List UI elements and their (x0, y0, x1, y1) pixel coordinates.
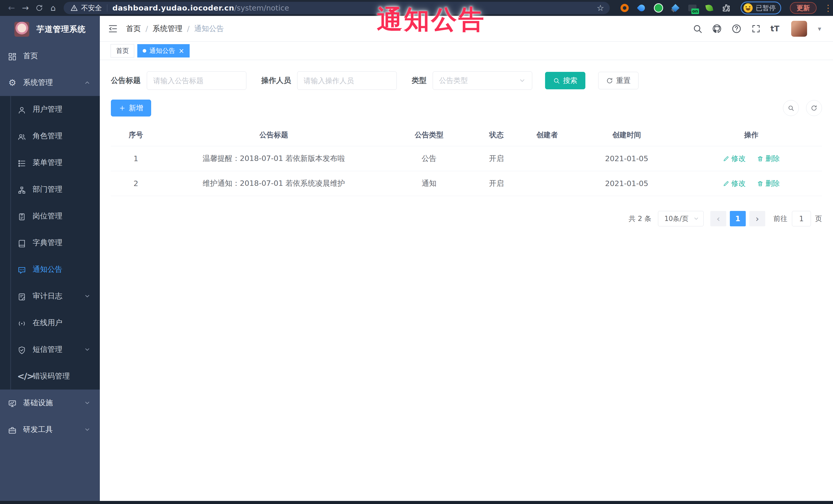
title-filter-input[interactable] (147, 71, 246, 90)
cell-no: 2 (111, 179, 161, 188)
browser-forward-icon[interactable]: → (20, 2, 31, 14)
profile-emoji-icon (743, 3, 753, 13)
cell-created: 2021-01-05 (573, 154, 681, 163)
tab-notice[interactable]: 通知公告 × (137, 44, 190, 57)
extension-diamond-icon[interactable] (670, 3, 681, 13)
toggle-search-button[interactable] (783, 100, 799, 116)
title-filter-label: 公告标题 (111, 75, 141, 86)
sidebar-item-label: 研发工具 (23, 425, 84, 435)
sidebar-item-users[interactable]: 用户管理 (0, 96, 100, 123)
extensions-puzzle-icon[interactable] (721, 3, 731, 13)
tab-label: 首页 (116, 46, 129, 55)
sidebar-item-dict[interactable]: 字典管理 (0, 230, 100, 256)
sidebar-item-label: 通知公告 (32, 264, 91, 274)
next-page-button[interactable]: › (749, 211, 765, 226)
reset-button[interactable]: 重置 (598, 72, 639, 89)
goto-page-input[interactable] (792, 211, 811, 226)
operator-filter-input[interactable] (297, 71, 397, 90)
cell-created: 2021-01-05 (573, 179, 681, 188)
extension-switch-icon[interactable]: on (687, 3, 697, 13)
extension-leaf-icon[interactable] (704, 3, 714, 13)
url-path: /system/notice (234, 4, 289, 12)
sidebar-item-online-users[interactable]: 在线用户 (0, 310, 100, 336)
sidebar-item-audit-log[interactable]: 审计日志 (0, 283, 100, 310)
add-button[interactable]: 新增 (111, 100, 151, 117)
browser-reload-icon[interactable] (33, 2, 45, 14)
breadcrumb-separator: / (187, 24, 190, 33)
col-header: 创建时间 (573, 130, 681, 140)
peoples-icon (17, 131, 26, 141)
tab-home[interactable]: 首页 (111, 44, 134, 57)
browser-back-icon[interactable]: ← (6, 2, 18, 14)
sidebar-item-home[interactable]: 首页 (0, 43, 100, 69)
sidebar-item-label: 基础设施 (23, 398, 84, 408)
main-area: 首页 / 系统管理 / 通知公告 tT ▾ 首页 (100, 16, 833, 501)
page-unit-label: 页 (815, 214, 822, 223)
sidebar-item-sms[interactable]: 短信管理 (0, 336, 100, 363)
browser-home-icon[interactable]: ⌂ (47, 2, 59, 14)
sidebar-item-notice[interactable]: 通知公告 (0, 256, 100, 283)
current-page-button[interactable]: 1 (730, 211, 746, 226)
breadcrumb-separator: / (145, 24, 148, 33)
refresh-table-button[interactable] (806, 100, 822, 116)
goto-label: 前往 (774, 214, 787, 223)
browser-update-button[interactable]: 更新 (790, 2, 816, 14)
col-header: 序号 (111, 130, 161, 140)
sidebar-item-depts[interactable]: 部门管理 (0, 176, 100, 203)
edit-link[interactable]: 修改 (723, 178, 746, 188)
search-icon (788, 105, 794, 111)
cell-actions: 修改 删除 (681, 154, 822, 164)
github-icon[interactable] (712, 24, 722, 34)
sidebar-item-infrastructure[interactable]: 基础设施 (0, 389, 100, 416)
sidebar-item-posts[interactable]: 岗位管理 (0, 203, 100, 230)
browser-profile-chip[interactable]: 已暂停 (741, 2, 781, 15)
tags-view-bar: 首页 通知公告 × (100, 42, 833, 60)
app-logo-bar[interactable]: 芋道管理系统 (0, 16, 100, 43)
edit-link[interactable]: 修改 (723, 154, 746, 164)
monitor-icon (8, 398, 17, 408)
delete-link[interactable]: 删除 (757, 154, 780, 164)
close-icon[interactable]: × (178, 47, 184, 54)
bookmark-star-icon[interactable]: ☆ (597, 3, 604, 13)
gear-icon: ⚙ (8, 78, 17, 87)
search-button-label: 搜索 (563, 76, 577, 86)
sidebar-fold-icon[interactable] (108, 23, 118, 34)
sidebar-item-roles[interactable]: 角色管理 (0, 123, 100, 149)
caret-down-icon[interactable]: ▾ (818, 25, 821, 32)
type-filter-select[interactable]: 公告类型 (433, 71, 532, 90)
search-icon (553, 77, 560, 84)
table-header-row: 序号 公告标题 公告类型 状态 创建者 创建时间 操作 (111, 124, 822, 146)
page-size-select[interactable]: 10条/页 (658, 211, 704, 226)
extension-orange-icon[interactable] (619, 3, 630, 13)
code-icon: </> (17, 371, 26, 381)
browser-menu-kebab-icon[interactable]: ⋮ (824, 3, 832, 13)
url-host: dashboard.yudao.iocoder.cn (112, 4, 234, 12)
pencil-icon (723, 155, 729, 162)
cell-type: 公告 (387, 153, 471, 164)
sidebar-item-dev-tools[interactable]: 研发工具 (0, 416, 100, 443)
address-bar[interactable]: 不安全 dashboard.yudao.iocoder.cn/system/no… (64, 2, 610, 14)
prev-page-button[interactable]: ‹ (710, 211, 726, 226)
sidebar-menu: 首页 ⚙ 系统管理 用户管理 角色 (0, 43, 100, 501)
user-avatar[interactable] (791, 21, 807, 37)
delete-link[interactable]: 删除 (757, 178, 780, 188)
search-button[interactable]: 搜索 (545, 72, 585, 89)
active-dot-icon (143, 49, 146, 53)
extension-drop-icon[interactable] (637, 3, 647, 13)
sidebar-item-error-codes[interactable]: </> 错误码管理 (0, 363, 100, 389)
fullscreen-icon[interactable] (751, 24, 761, 34)
chevron-up-icon (84, 79, 91, 86)
table-toolbar: 新增 (111, 100, 822, 117)
sidebar-item-system[interactable]: ⚙ 系统管理 (0, 69, 100, 96)
font-size-icon[interactable]: tT (770, 24, 779, 33)
sidebar-item-label: 用户管理 (32, 104, 91, 115)
shield-check-icon (17, 345, 26, 354)
search-icon[interactable] (692, 24, 703, 34)
extension-green-icon[interactable] (653, 3, 664, 13)
trash-icon (757, 155, 763, 162)
breadcrumb-home[interactable]: 首页 (126, 24, 141, 34)
col-header: 创建者 (521, 130, 573, 140)
breadcrumb-system[interactable]: 系统管理 (153, 24, 183, 34)
sidebar-item-menus[interactable]: 菜单管理 (0, 149, 100, 176)
help-icon[interactable] (731, 24, 742, 34)
